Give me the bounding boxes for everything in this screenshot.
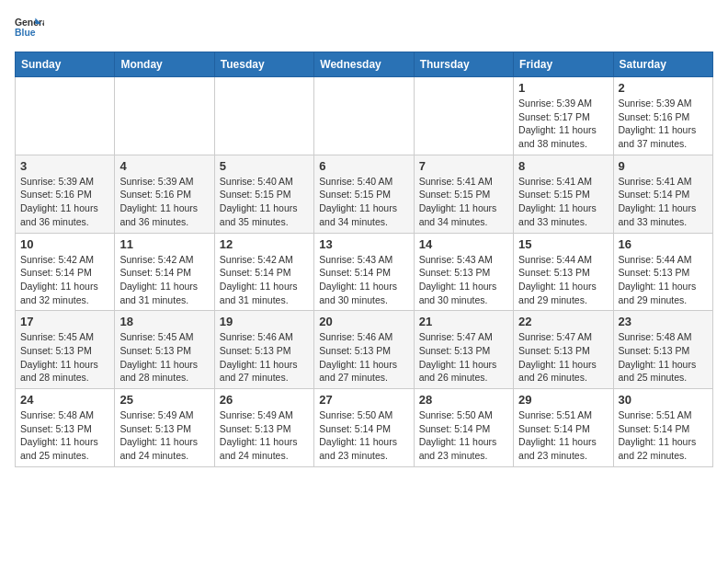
day-number: 28	[419, 393, 508, 407]
day-info: Sunrise: 5:39 AM Sunset: 5:16 PM Dayligh…	[20, 175, 109, 229]
day-info: Sunrise: 5:41 AM Sunset: 5:15 PM Dayligh…	[419, 175, 508, 229]
day-info: Sunrise: 5:43 AM Sunset: 5:14 PM Dayligh…	[319, 253, 408, 307]
day-number: 11	[119, 237, 209, 251]
weekday-header-saturday: Saturday	[613, 52, 712, 77]
day-number: 10	[20, 237, 109, 251]
weekday-header-friday: Friday	[514, 52, 613, 77]
calendar-cell: 4Sunrise: 5:39 AM Sunset: 5:16 PM Daylig…	[115, 155, 214, 233]
day-number: 13	[319, 237, 408, 251]
day-number: 5	[220, 159, 309, 173]
calendar-table: SundayMondayTuesdayWednesdayThursdayFrid…	[15, 52, 713, 467]
calendar-week-1: 1Sunrise: 5:39 AM Sunset: 5:17 PM Daylig…	[16, 77, 713, 155]
calendar-cell: 10Sunrise: 5:42 AM Sunset: 5:14 PM Dayli…	[16, 233, 115, 311]
calendar-cell: 9Sunrise: 5:41 AM Sunset: 5:14 PM Daylig…	[613, 155, 712, 233]
calendar-cell: 7Sunrise: 5:41 AM Sunset: 5:15 PM Daylig…	[414, 155, 513, 233]
calendar-cell: 27Sunrise: 5:50 AM Sunset: 5:14 PM Dayli…	[314, 389, 414, 467]
calendar-week-5: 24Sunrise: 5:48 AM Sunset: 5:13 PM Dayli…	[16, 389, 713, 467]
calendar-cell: 14Sunrise: 5:43 AM Sunset: 5:13 PM Dayli…	[414, 233, 513, 311]
calendar-cell: 15Sunrise: 5:44 AM Sunset: 5:13 PM Dayli…	[514, 233, 613, 311]
day-number: 1	[518, 81, 608, 95]
day-info: Sunrise: 5:42 AM Sunset: 5:14 PM Dayligh…	[220, 253, 309, 307]
calendar-cell: 19Sunrise: 5:46 AM Sunset: 5:13 PM Dayli…	[214, 311, 313, 389]
day-info: Sunrise: 5:50 AM Sunset: 5:14 PM Dayligh…	[419, 408, 508, 463]
day-number: 18	[119, 315, 209, 328]
day-info: Sunrise: 5:51 AM Sunset: 5:14 PM Dayligh…	[518, 408, 608, 463]
day-number: 17	[20, 315, 109, 328]
day-info: Sunrise: 5:42 AM Sunset: 5:14 PM Dayligh…	[119, 253, 209, 307]
day-info: Sunrise: 5:46 AM Sunset: 5:13 PM Dayligh…	[220, 330, 309, 385]
day-info: Sunrise: 5:45 AM Sunset: 5:13 PM Dayligh…	[119, 330, 209, 385]
day-number: 8	[518, 159, 608, 173]
day-number: 4	[119, 159, 209, 173]
calendar-cell: 25Sunrise: 5:49 AM Sunset: 5:13 PM Dayli…	[115, 389, 214, 467]
day-number: 23	[619, 315, 708, 328]
calendar-cell: 26Sunrise: 5:49 AM Sunset: 5:13 PM Dayli…	[214, 389, 313, 467]
calendar-cell: 8Sunrise: 5:41 AM Sunset: 5:15 PM Daylig…	[514, 155, 613, 233]
calendar-cell	[115, 77, 214, 155]
calendar-cell: 30Sunrise: 5:51 AM Sunset: 5:14 PM Dayli…	[613, 389, 712, 467]
day-info: Sunrise: 5:47 AM Sunset: 5:13 PM Dayligh…	[518, 330, 608, 385]
calendar-cell: 20Sunrise: 5:46 AM Sunset: 5:13 PM Dayli…	[314, 311, 414, 389]
day-number: 21	[419, 315, 508, 328]
calendar-cell: 21Sunrise: 5:47 AM Sunset: 5:13 PM Dayli…	[414, 311, 513, 389]
day-number: 22	[518, 315, 608, 328]
weekday-header-tuesday: Tuesday	[214, 52, 313, 77]
day-info: Sunrise: 5:39 AM Sunset: 5:16 PM Dayligh…	[619, 97, 708, 151]
calendar-cell: 28Sunrise: 5:50 AM Sunset: 5:14 PM Dayli…	[414, 389, 513, 467]
weekday-header-wednesday: Wednesday	[314, 52, 414, 77]
svg-text:General: General	[15, 17, 44, 28]
calendar-cell: 18Sunrise: 5:45 AM Sunset: 5:13 PM Dayli…	[115, 311, 214, 389]
calendar-cell: 12Sunrise: 5:42 AM Sunset: 5:14 PM Dayli…	[214, 233, 313, 311]
day-info: Sunrise: 5:43 AM Sunset: 5:13 PM Dayligh…	[419, 253, 508, 307]
calendar-cell: 11Sunrise: 5:42 AM Sunset: 5:14 PM Dayli…	[115, 233, 214, 311]
day-info: Sunrise: 5:48 AM Sunset: 5:13 PM Dayligh…	[20, 408, 109, 463]
day-info: Sunrise: 5:50 AM Sunset: 5:14 PM Dayligh…	[319, 408, 408, 463]
day-info: Sunrise: 5:48 AM Sunset: 5:13 PM Dayligh…	[619, 330, 708, 385]
calendar-cell: 2Sunrise: 5:39 AM Sunset: 5:16 PM Daylig…	[613, 77, 712, 155]
calendar-cell: 22Sunrise: 5:47 AM Sunset: 5:13 PM Dayli…	[514, 311, 613, 389]
weekday-header-sunday: Sunday	[16, 52, 115, 77]
day-info: Sunrise: 5:49 AM Sunset: 5:13 PM Dayligh…	[119, 408, 209, 463]
calendar-cell: 17Sunrise: 5:45 AM Sunset: 5:13 PM Dayli…	[16, 311, 115, 389]
calendar-cell	[414, 77, 513, 155]
day-number: 3	[20, 159, 109, 173]
calendar-week-3: 10Sunrise: 5:42 AM Sunset: 5:14 PM Dayli…	[16, 233, 713, 311]
calendar-cell: 1Sunrise: 5:39 AM Sunset: 5:17 PM Daylig…	[514, 77, 613, 155]
calendar-cell: 3Sunrise: 5:39 AM Sunset: 5:16 PM Daylig…	[16, 155, 115, 233]
day-info: Sunrise: 5:47 AM Sunset: 5:13 PM Dayligh…	[419, 330, 508, 385]
day-info: Sunrise: 5:40 AM Sunset: 5:15 PM Dayligh…	[319, 175, 408, 229]
day-info: Sunrise: 5:41 AM Sunset: 5:14 PM Dayligh…	[619, 175, 708, 229]
day-number: 24	[20, 393, 109, 407]
calendar-cell: 29Sunrise: 5:51 AM Sunset: 5:14 PM Dayli…	[514, 389, 613, 467]
day-number: 12	[220, 237, 309, 251]
day-info: Sunrise: 5:44 AM Sunset: 5:13 PM Dayligh…	[619, 253, 708, 307]
page-header: General Blue	[15, 15, 713, 40]
day-info: Sunrise: 5:45 AM Sunset: 5:13 PM Dayligh…	[20, 330, 109, 385]
day-number: 6	[319, 159, 408, 173]
day-number: 29	[518, 393, 608, 407]
day-number: 26	[220, 393, 309, 407]
day-number: 15	[518, 237, 608, 251]
weekday-header-monday: Monday	[115, 52, 214, 77]
calendar-cell	[314, 77, 414, 155]
calendar-cell: 24Sunrise: 5:48 AM Sunset: 5:13 PM Dayli…	[16, 389, 115, 467]
day-info: Sunrise: 5:41 AM Sunset: 5:15 PM Dayligh…	[518, 175, 608, 229]
calendar-week-2: 3Sunrise: 5:39 AM Sunset: 5:16 PM Daylig…	[16, 155, 713, 233]
day-number: 16	[619, 237, 708, 251]
day-info: Sunrise: 5:42 AM Sunset: 5:14 PM Dayligh…	[20, 253, 109, 307]
day-number: 25	[119, 393, 209, 407]
day-info: Sunrise: 5:39 AM Sunset: 5:16 PM Dayligh…	[119, 175, 209, 229]
day-info: Sunrise: 5:49 AM Sunset: 5:13 PM Dayligh…	[220, 408, 309, 463]
calendar-cell: 13Sunrise: 5:43 AM Sunset: 5:14 PM Dayli…	[314, 233, 414, 311]
day-number: 14	[419, 237, 508, 251]
day-number: 19	[220, 315, 309, 328]
day-info: Sunrise: 5:44 AM Sunset: 5:13 PM Dayligh…	[518, 253, 608, 307]
day-number: 9	[619, 159, 708, 173]
weekday-header-thursday: Thursday	[414, 52, 513, 77]
day-number: 30	[619, 393, 708, 407]
calendar-cell: 16Sunrise: 5:44 AM Sunset: 5:13 PM Dayli…	[613, 233, 712, 311]
day-info: Sunrise: 5:39 AM Sunset: 5:17 PM Dayligh…	[518, 97, 608, 151]
day-number: 27	[319, 393, 408, 407]
logo: General Blue	[15, 15, 48, 40]
calendar-cell: 5Sunrise: 5:40 AM Sunset: 5:15 PM Daylig…	[214, 155, 313, 233]
